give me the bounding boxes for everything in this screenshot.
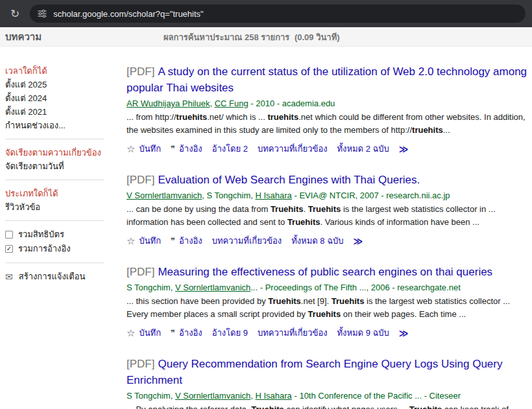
scholar-appbar: บทความ ผลการค้นหาประมาณ 258 รายการ (0.09… bbox=[0, 27, 532, 47]
result-byline: AR Wudhijaya Philuek, CC Fung - 2010 - a… bbox=[127, 97, 527, 110]
result-byline: S Tongchim, V Sornlertlamvanich, H Isaha… bbox=[127, 390, 527, 402]
checkbox-label: รวมสิทธิบัตร bbox=[18, 228, 64, 242]
include-citations-checkbox[interactable]: ✓ รวมการอ้างอิง bbox=[5, 242, 103, 256]
save-label: บันทึก bbox=[139, 142, 161, 156]
result-snippet: ... can be done by using the data from T… bbox=[127, 203, 527, 229]
result-actions: ☆บันทึก ❞อ้างอิง บทความที่เกี่ยวข้อง ทั้… bbox=[127, 234, 527, 248]
filter-anytime[interactable]: เวลาใดก็ได้ bbox=[5, 64, 103, 78]
sidebar-divider bbox=[5, 220, 104, 221]
more-icon[interactable]: ≫ bbox=[399, 144, 409, 154]
quote-icon: ❞ bbox=[171, 145, 175, 153]
filter-since-2025[interactable]: ตั้งแต่ 2025 bbox=[5, 78, 103, 91]
browser-toolbar: ↻ scholar.google.com/scholar?q="truehits… bbox=[0, 0, 532, 27]
sort-by-relevance[interactable]: จัดเรียงตามความเกี่ยวข้อง bbox=[5, 146, 103, 159]
result-title-row: [PDF]Evaluation of Web Search Engines wi… bbox=[127, 172, 527, 188]
author-link[interactable]: V Sornlertlamvanich bbox=[127, 191, 202, 200]
create-alert-link[interactable]: ✉ สร้างการแจ้งเตือน bbox=[5, 270, 103, 284]
result-snippet: ... By analyzing the referrer data, True… bbox=[127, 403, 527, 409]
cite-label: อ้างอิง bbox=[179, 142, 202, 156]
related-articles-link[interactable]: บทความที่เกี่ยวข้อง bbox=[212, 234, 282, 248]
result-actions: ☆บันทึก ❞อ้างอิง อ้างโดย 2 บทความที่เกี่… bbox=[127, 142, 527, 156]
more-icon[interactable]: ≫ bbox=[399, 328, 409, 338]
quote-icon: ❞ bbox=[171, 237, 175, 245]
save-label: บันทึก bbox=[139, 326, 161, 340]
cite-button[interactable]: ❞อ้างอิง bbox=[171, 234, 202, 248]
filter-since-2021[interactable]: ตั้งแต่ 2021 bbox=[5, 105, 103, 119]
results-time: (0.09 วินาที) bbox=[295, 32, 340, 41]
cite-label: อ้างอิง bbox=[179, 326, 202, 340]
tune-icon[interactable] bbox=[38, 9, 47, 18]
result-actions: ☆บันทึก ❞อ้างอิง อ้างโดย 9 บทความที่เกี่… bbox=[127, 326, 527, 340]
result-title-link[interactable]: Evaluation of Web Search Engines with Th… bbox=[158, 174, 420, 186]
sort-by-date[interactable]: จัดเรียงตามวันที่ bbox=[5, 159, 103, 173]
related-articles-link[interactable]: บทความที่เกี่ยวข้อง bbox=[258, 142, 328, 156]
cite-button[interactable]: ❞อ้างอิง bbox=[171, 326, 202, 340]
result-title-row: [PDF]Measuring the effectiveness of publ… bbox=[127, 264, 527, 280]
result-title-row: [PDF]A study on the current status of th… bbox=[127, 64, 527, 96]
result-byline: S Tongchim, V Sornlertlamvanich... - Pro… bbox=[127, 281, 527, 294]
quote-icon: ❞ bbox=[171, 329, 175, 337]
cite-label: อ้างอิง bbox=[179, 234, 202, 248]
envelope-icon: ✉ bbox=[5, 270, 13, 284]
filter-custom-range[interactable]: กำหนดช่วงเอง... bbox=[5, 119, 103, 132]
results-summary: ผลการค้นหาประมาณ 258 รายการ (0.09 วินาที… bbox=[163, 30, 340, 43]
all-versions-link[interactable]: ทั้งหมด 2 ฉบับ bbox=[337, 142, 389, 156]
save-button[interactable]: ☆บันทึก bbox=[127, 326, 161, 340]
save-button[interactable]: ☆บันทึก bbox=[127, 142, 161, 156]
filter-review-articles[interactable]: รีวิวหัวข้อ bbox=[5, 200, 103, 214]
search-result: [PDF]Evaluation of Web Search Engines wi… bbox=[127, 172, 527, 248]
author-link[interactable]: V Sornlertlamvanich bbox=[175, 391, 250, 401]
author-link[interactable]: AR Wudhijaya Philuek bbox=[127, 99, 210, 108]
author-link[interactable]: V Sornlertlamvanich bbox=[175, 283, 250, 292]
sidebar-divider bbox=[5, 139, 104, 139]
author-link[interactable]: H Isahara bbox=[255, 191, 291, 200]
star-icon: ☆ bbox=[127, 236, 135, 246]
result-title-link[interactable]: A study on the current status of the uti… bbox=[127, 65, 527, 94]
result-title-link[interactable]: Query Recommendation from Search Engine … bbox=[127, 358, 502, 386]
more-icon[interactable]: ≫ bbox=[354, 236, 363, 246]
checkbox-label: รวมการอ้างอิง bbox=[18, 242, 71, 256]
filter-since-2024[interactable]: ตั้งแต่ 2024 bbox=[5, 91, 103, 105]
cited-by-link[interactable]: อ้างโดย 9 bbox=[212, 326, 248, 340]
address-bar[interactable]: scholar.google.com/scholar?q="truehits" bbox=[30, 5, 526, 23]
result-snippet: ... this section have been provided by T… bbox=[127, 295, 527, 321]
result-byline: V Sornlertlamvanich, S Tongchim, H Isaha… bbox=[127, 189, 527, 202]
pdf-tag: [PDF] bbox=[127, 358, 154, 370]
star-icon: ☆ bbox=[127, 328, 135, 338]
include-patents-checkbox[interactable]: รวมสิทธิบัตร bbox=[5, 228, 103, 242]
checkbox-unchecked-icon bbox=[5, 231, 13, 239]
search-result: [PDF]Measuring the effectiveness of publ… bbox=[127, 264, 527, 340]
search-result: [PDF]A study on the current status of th… bbox=[127, 64, 527, 156]
search-results: [PDF]A study on the current status of th… bbox=[127, 47, 527, 409]
all-versions-link[interactable]: ทั้งหมด 9 ฉบับ bbox=[337, 326, 389, 340]
sidebar-divider bbox=[5, 263, 104, 263]
checkbox-checked-icon: ✓ bbox=[5, 245, 13, 253]
create-alert-label: สร้างการแจ้งเตือน bbox=[19, 270, 86, 284]
filters-sidebar: เวลาใดก็ได้ ตั้งแต่ 2025 ตั้งแต่ 2024 ตั… bbox=[0, 47, 115, 284]
author-link[interactable]: H Isahara bbox=[255, 391, 291, 401]
articles-nav-label[interactable]: บทความ bbox=[5, 29, 42, 45]
cited-by-link[interactable]: อ้างโดย 2 bbox=[212, 142, 248, 156]
result-title-link[interactable]: Measuring the effectiveness of public se… bbox=[158, 266, 492, 278]
pdf-tag: [PDF] bbox=[127, 174, 154, 186]
all-versions-link[interactable]: ทั้งหมด 8 ฉบับ bbox=[291, 234, 343, 248]
sidebar-divider bbox=[5, 180, 104, 180]
result-snippet: ... from http://truehits.net/ which is .… bbox=[127, 111, 527, 137]
related-articles-link[interactable]: บทความที่เกี่ยวข้อง bbox=[258, 326, 328, 340]
pdf-tag: [PDF] bbox=[127, 65, 154, 78]
cite-button[interactable]: ❞อ้างอิง bbox=[171, 142, 202, 156]
author-link[interactable]: CC Fung bbox=[215, 99, 248, 108]
filter-any-type[interactable]: ประเภทใดก็ได้ bbox=[5, 187, 103, 200]
star-icon: ☆ bbox=[127, 144, 135, 154]
save-button[interactable]: ☆บันทึก bbox=[127, 234, 161, 248]
results-count: ผลการค้นหาประมาณ 258 รายการ bbox=[163, 32, 289, 41]
search-result: [PDF]Query Recommendation from Search En… bbox=[127, 356, 527, 409]
result-title-row: [PDF]Query Recommendation from Search En… bbox=[127, 356, 527, 388]
save-label: บันทึก bbox=[139, 234, 161, 248]
pdf-tag: [PDF] bbox=[127, 266, 154, 278]
reload-icon[interactable]: ↻ bbox=[10, 8, 19, 19]
url-text[interactable]: scholar.google.com/scholar?q="truehits" bbox=[53, 9, 203, 19]
